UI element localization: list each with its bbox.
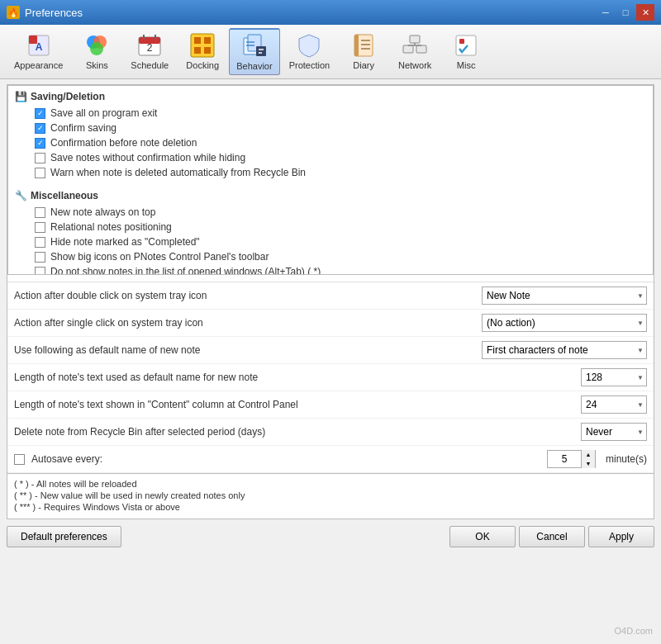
maximize-button[interactable]: □: [616, 4, 635, 21]
svg-rect-13: [204, 37, 211, 44]
saving-item-1: Confirm saving: [15, 121, 646, 135]
svg-rect-30: [410, 36, 420, 43]
title-bar: 🔥 Preferences ─ □ ✕: [0, 0, 661, 25]
default-name-wrap: First characters of note Date and time C…: [482, 341, 647, 359]
single-click-wrap: (No action) New Note Show all notes Hide…: [482, 314, 647, 332]
ok-button[interactable]: OK: [449, 526, 516, 547]
misc-section: 🔧 Miscellaneous New note always on top R…: [8, 185, 653, 275]
skins-label: Skins: [86, 60, 108, 70]
apply-button[interactable]: Apply: [588, 526, 654, 547]
footer-note-1: ( ** ) - New value will be used in newly…: [14, 490, 647, 500]
toolbar-docking[interactable]: Docking: [178, 28, 227, 75]
default-name-row: Use following as default name of new not…: [7, 337, 654, 364]
cancel-button[interactable]: Cancel: [519, 526, 585, 547]
autosave-checkbox[interactable]: [14, 454, 25, 465]
window-controls: ─ □ ✕: [597, 4, 654, 21]
misc-label-2: Hide note marked as "Completed": [50, 236, 200, 248]
length-content-dropdown[interactable]: 12 24 48 96: [581, 395, 647, 414]
misc-checkbox-3[interactable]: [35, 252, 45, 263]
diary-icon: [350, 32, 377, 59]
spinner-controls: ▲ ▼: [581, 450, 595, 468]
svg-point-5: [90, 42, 103, 55]
default-name-label: Use following as default name of new not…: [14, 344, 482, 356]
single-click-row: Action after single click on system tray…: [7, 310, 654, 337]
protection-icon: [296, 32, 322, 59]
svg-rect-20: [256, 46, 266, 56]
default-preferences-button[interactable]: Default preferences: [7, 526, 121, 547]
delete-recycle-dropdown[interactable]: Never 7 14 30 60: [581, 423, 647, 441]
saving-checkbox-4[interactable]: [35, 168, 45, 178]
settings-panel: Action after double click on system tray…: [7, 282, 654, 473]
toolbar-misc[interactable]: Misc: [441, 28, 491, 75]
misc-checkbox-0[interactable]: [35, 207, 45, 218]
svg-rect-2: [29, 36, 37, 44]
misc-label-4: Do not show notes in the list of opened …: [50, 266, 321, 275]
misc-label-1: Relational notes positioning: [50, 221, 172, 233]
misc-item-3: Show big icons on PNotes Control Panel's…: [15, 249, 646, 264]
toolbar: A Appearance Skins 2 Schedule Docking Be…: [0, 25, 661, 79]
schedule-icon: 2: [136, 32, 163, 59]
behavior-icon: [241, 33, 268, 59]
spinner-down[interactable]: ▼: [582, 459, 595, 468]
misc-icon: [453, 32, 479, 59]
saving-checkbox-0[interactable]: [35, 108, 45, 119]
appearance-label: Appearance: [14, 60, 63, 70]
toolbar-network[interactable]: Network: [390, 28, 440, 75]
minimize-button[interactable]: ─: [597, 4, 615, 21]
delete-recycle-wrap: Never 7 14 30 60: [581, 423, 647, 441]
saving-checkbox-1[interactable]: [35, 123, 45, 134]
length-name-dropdown[interactable]: 64 128 256 512: [581, 368, 647, 386]
misc-checkbox-4[interactable]: [35, 267, 45, 276]
main-panel: 💾 Saving/Deletion Save all on program ex…: [7, 84, 654, 474]
diary-label: Diary: [353, 60, 374, 70]
svg-rect-15: [204, 47, 211, 54]
misc-section-icon: 🔧: [15, 190, 27, 201]
footer-note-0: ( * ) - All notes will be reloaded: [14, 479, 647, 489]
svg-text:2: 2: [147, 42, 153, 54]
autosave-spinner: ▲ ▼: [547, 450, 596, 468]
length-name-row: Length of note's text used as default na…: [7, 364, 654, 391]
docking-label: Docking: [186, 60, 219, 70]
toolbar-behavior[interactable]: Behavior: [229, 28, 279, 75]
svg-rect-35: [459, 39, 464, 44]
misc-section-title: Miscellaneous: [31, 190, 98, 201]
toolbar-diary[interactable]: Diary: [339, 28, 388, 75]
behavior-label: Behavior: [236, 61, 272, 71]
schedule-label: Schedule: [131, 60, 169, 70]
single-click-label: Action after single click on system tray…: [14, 317, 482, 329]
saving-item-4: Warn when note is deleted automatically …: [15, 165, 646, 180]
autosave-input[interactable]: [548, 451, 581, 467]
dialog-buttons: OK Cancel Apply: [449, 526, 654, 547]
single-click-dropdown[interactable]: (No action) New Note Show all notes Hide…: [482, 314, 647, 332]
misc-label-0: New note always on top: [50, 206, 155, 218]
saving-checkbox-2[interactable]: [35, 138, 45, 149]
misc-item-2: Hide note marked as "Completed": [15, 234, 646, 249]
misc-checkbox-1[interactable]: [35, 222, 45, 233]
misc-item-1: Relational notes positioning: [15, 220, 646, 234]
svg-rect-12: [194, 37, 201, 44]
svg-rect-24: [354, 35, 359, 56]
misc-checkbox-2[interactable]: [35, 237, 45, 248]
double-click-dropdown[interactable]: New Note Show all notes Hide all notes O…: [482, 286, 647, 305]
delete-recycle-label: Delete note from Recycle Bin after selec…: [14, 426, 581, 438]
saving-label-1: Confirm saving: [50, 122, 117, 134]
spinner-up[interactable]: ▲: [582, 450, 595, 459]
toolbar-schedule[interactable]: 2 Schedule: [123, 28, 176, 75]
autosave-label: Autosave every:: [31, 453, 102, 465]
misc-header: 🔧 Miscellaneous: [15, 190, 646, 201]
close-button[interactable]: ✕: [636, 4, 654, 21]
saving-checkbox-3[interactable]: [35, 153, 45, 163]
double-click-row: Action after double click on system tray…: [7, 282, 654, 310]
toolbar-skins[interactable]: Skins: [72, 28, 121, 75]
toolbar-appearance[interactable]: A Appearance: [7, 28, 70, 75]
misc-item-0: New note always on top: [15, 205, 646, 220]
appearance-icon: A: [26, 32, 52, 59]
network-label: Network: [398, 60, 431, 70]
default-name-dropdown[interactable]: First characters of note Date and time C…: [482, 341, 647, 359]
length-content-wrap: 12 24 48 96: [581, 395, 647, 414]
svg-rect-28: [403, 45, 413, 53]
watermark: O4D.com: [615, 626, 653, 636]
svg-rect-34: [456, 36, 476, 55]
toolbar-protection[interactable]: Protection: [282, 28, 338, 75]
scroll-panel[interactable]: 💾 Saving/Deletion Save all on program ex…: [7, 85, 654, 275]
